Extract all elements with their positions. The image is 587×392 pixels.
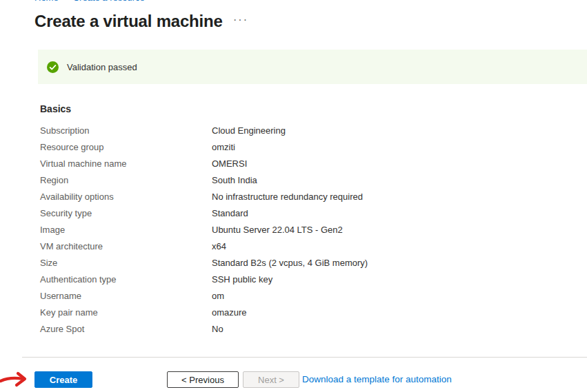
row-value: No [212, 324, 223, 334]
row-label: Azure Spot [40, 324, 212, 334]
breadcrumb-item-home[interactable]: Home [34, 0, 59, 3]
more-options-button[interactable]: ··· [233, 14, 248, 26]
row-value: SSH public key [212, 274, 272, 285]
next-button[interactable]: Next > [243, 371, 299, 388]
row-label: Size [40, 258, 212, 268]
row-value: Cloud Engineering [212, 125, 286, 136]
footer-divider [22, 357, 587, 358]
validation-message: Validation passed [67, 62, 137, 72]
create-button[interactable]: Create [34, 371, 92, 388]
row-value: x64 [212, 241, 226, 251]
summary-row: Size Standard B2s (2 vcpus, 4 GiB memory… [40, 254, 368, 271]
row-label: Region [40, 175, 212, 185]
row-label: VM architecture [40, 241, 212, 251]
validation-banner: Validation passed [38, 50, 587, 84]
row-label: Virtual machine name [40, 158, 212, 169]
summary-row: Subscription Cloud Engineering [40, 122, 368, 138]
row-label: Availability options [40, 192, 212, 202]
row-value: Ubuntu Server 22.04 LTS - Gen2 [212, 225, 343, 235]
check-circle-icon [47, 61, 59, 73]
row-value: om [212, 291, 224, 301]
row-value: South India [212, 175, 257, 185]
summary-row: Availability options No infrastructure r… [40, 188, 368, 205]
row-label: Security type [40, 208, 212, 218]
row-value: No infrastructure redundancy required [212, 192, 363, 202]
row-value: omazure [212, 307, 247, 318]
summary-row: Authentication type SSH public key [40, 271, 368, 287]
row-label: Username [40, 291, 212, 301]
row-value: OMERSI [212, 158, 247, 169]
breadcrumb-separator-icon: > [150, 0, 155, 3]
red-arrow-annotation [0, 370, 34, 391]
row-label: Authentication type [40, 274, 212, 285]
row-label: Key pair name [40, 307, 212, 318]
row-value: Standard [212, 208, 248, 218]
basics-summary: Subscription Cloud Engineering Resource … [40, 122, 368, 337]
summary-row: Security type Standard [40, 205, 368, 221]
row-label: Resource group [40, 142, 212, 152]
summary-row: Key pair name omazure [40, 304, 368, 320]
summary-row: Region South India [40, 172, 368, 188]
summary-row: Virtual machine name OMERSI [40, 155, 368, 172]
row-label: Subscription [40, 125, 212, 136]
breadcrumb: Home>Create a resource> [34, 0, 159, 3]
page-title: Create a virtual machine [34, 12, 223, 31]
breadcrumb-separator-icon: > [63, 0, 68, 3]
summary-row: VM architecture x64 [40, 238, 368, 254]
row-value: omziti [212, 142, 235, 152]
breadcrumb-item-create-a-resource[interactable]: Create a resource [73, 0, 145, 3]
summary-row: Resource group omziti [40, 138, 368, 155]
previous-button[interactable]: < Previous [167, 371, 239, 388]
download-template-link[interactable]: Download a template for automation [302, 374, 452, 384]
row-label: Image [40, 225, 212, 235]
ellipsis-icon: ··· [233, 14, 248, 25]
summary-row: Image Ubuntu Server 22.04 LTS - Gen2 [40, 221, 368, 238]
summary-row: Azure Spot No [40, 320, 368, 337]
basics-heading: Basics [40, 103, 71, 114]
summary-row: Username om [40, 287, 368, 304]
row-value: Standard B2s (2 vcpus, 4 GiB memory) [212, 258, 368, 268]
